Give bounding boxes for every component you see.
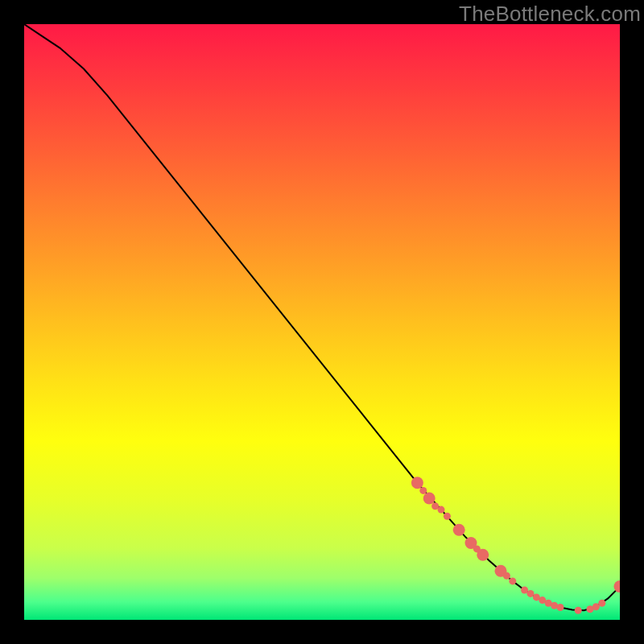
marker-point <box>419 487 427 494</box>
marker-point <box>509 577 516 584</box>
marker-point <box>598 600 605 607</box>
marker-point <box>503 572 510 580</box>
plot-area <box>24 24 620 620</box>
bottleneck-curve <box>24 24 620 610</box>
marker-point <box>423 493 436 505</box>
chart-svg <box>24 24 620 620</box>
marker-point <box>411 477 423 489</box>
watermark-text: TheBottleneck.com <box>459 2 641 27</box>
marker-point <box>453 524 465 536</box>
marker-point <box>438 506 445 514</box>
marker-point <box>477 549 489 561</box>
marker-group <box>411 477 620 613</box>
marker-point <box>557 604 564 611</box>
chart-frame: TheBottleneck.com <box>0 0 644 644</box>
marker-point <box>575 607 582 614</box>
marker-point <box>444 513 451 520</box>
